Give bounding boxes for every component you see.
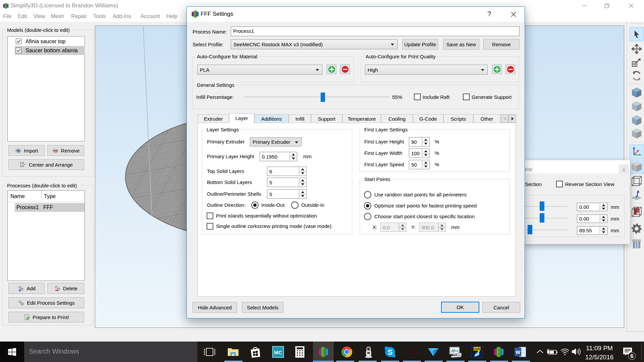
- svg-text:MC: MC: [274, 350, 282, 355]
- svg-text:S: S: [388, 348, 393, 356]
- svg-text:3D: 3D: [407, 348, 417, 356]
- svg-text:6: 6: [631, 353, 634, 359]
- svg-text:W: W: [516, 349, 521, 355]
- svg-text:kindle: kindle: [473, 347, 481, 351]
